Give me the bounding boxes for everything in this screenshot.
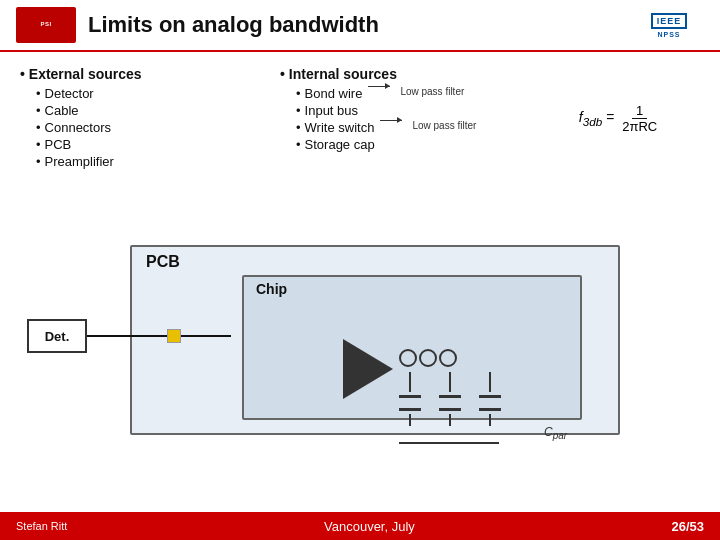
ext-item-4: Preamplifier	[45, 154, 114, 169]
list-item: • Connectors	[36, 120, 240, 135]
list-item: • PCB	[36, 137, 240, 152]
wire-connector	[167, 329, 181, 343]
int-item-1: Input bus	[305, 103, 359, 118]
coil-2	[419, 349, 437, 367]
wire-line2	[181, 335, 231, 337]
footer: Stefan Ritt Vancouver, July 26/53	[0, 512, 720, 540]
chip-label: Chip	[256, 281, 287, 297]
bullets-section: • External sources • Detector • Cable • …	[20, 66, 700, 171]
cap-wire	[409, 372, 411, 392]
formula-fraction: 1 2πRC	[618, 103, 661, 134]
ext-item-3: PCB	[45, 137, 72, 152]
bullet-dot: •	[296, 137, 301, 152]
list-item: • Bond wire Low pass filter	[296, 86, 500, 101]
det-label: Det.	[45, 329, 70, 344]
bullet-dot: •	[296, 120, 301, 135]
capacitor-1	[399, 372, 421, 426]
coil-3	[439, 349, 457, 367]
ext-item-1: Cable	[45, 103, 79, 118]
formula-lhs: f3db =	[579, 109, 614, 128]
capacitor-group	[399, 372, 501, 426]
footer-author: Stefan Ritt	[16, 520, 67, 532]
cap-plate	[439, 395, 461, 398]
main-content: • External sources • Detector • Cable • …	[0, 52, 720, 512]
internal-sources-col: • Internal sources • Bond wire Low pass …	[280, 66, 500, 171]
coil-1	[399, 349, 417, 367]
list-item: • Detector	[36, 86, 240, 101]
ground-line	[399, 442, 499, 444]
cap-plate2	[399, 408, 421, 411]
bullet-dot: •	[296, 86, 301, 101]
pcb-label: PCB	[146, 253, 180, 271]
pcb-box: PCB Det. Chip	[130, 245, 620, 435]
cap-wire-bot	[449, 414, 451, 426]
int-item-0: Bond wire	[305, 86, 363, 101]
list-item: • Write switch Low pass filter	[296, 120, 500, 135]
logo-left-text: PSI	[40, 21, 51, 28]
external-sources-col: • External sources • Detector • Cable • …	[20, 66, 240, 171]
cap-wire-bot	[489, 414, 491, 426]
bullet-dot: •	[36, 137, 41, 152]
bond-wires	[399, 349, 457, 367]
formula-numerator: 1	[632, 103, 647, 119]
arrow-icon	[368, 86, 390, 87]
logo-left: PSI	[16, 7, 76, 43]
cap-wire	[449, 372, 451, 392]
capacitor-3	[479, 372, 501, 426]
cap-plate	[479, 395, 501, 398]
wire-line	[87, 335, 167, 337]
ext-item-2: Connectors	[45, 120, 111, 135]
int-item-3: Storage cap	[305, 137, 375, 152]
cap-plate2	[479, 408, 501, 411]
logo-right: IEEE NPSS	[634, 7, 704, 43]
lpf-label-2: Low pass filter	[412, 120, 476, 131]
list-item: • Input bus	[296, 103, 500, 118]
internal-sources-heading: • Internal sources	[280, 66, 500, 82]
bullet-dot: •	[36, 120, 41, 135]
list-item: • Preamplifier	[36, 154, 240, 169]
pcb-diagram: PCB Det. Chip	[130, 245, 620, 445]
bullet-dot: •	[36, 103, 41, 118]
cpar-label: Cpar	[544, 425, 567, 441]
ieee-logo: IEEE	[651, 13, 688, 29]
int-item-2: Write switch	[305, 120, 375, 135]
detector-box: Det.	[27, 319, 87, 353]
ext-item-0: Detector	[45, 86, 94, 101]
list-item: • Storage cap	[296, 137, 500, 152]
cap-plate	[399, 395, 421, 398]
header: PSI Limits on analog bandwidth IEEE NPSS	[0, 0, 720, 52]
amplifier-triangle	[343, 339, 393, 399]
bullet-dot: •	[296, 103, 301, 118]
bullet-dot: •	[36, 154, 41, 169]
chip-box: Chip	[242, 275, 582, 420]
npss-logo: NPSS	[657, 31, 680, 38]
formula-denominator: 2πRC	[618, 119, 661, 134]
external-sources-heading: • External sources	[20, 66, 240, 82]
cap-wire-bot	[409, 414, 411, 426]
formula-area: f3db = 1 2πRC	[540, 66, 700, 171]
footer-location: Vancouver, July	[324, 519, 415, 534]
page-title: Limits on analog bandwidth	[88, 12, 634, 38]
list-item: • Cable	[36, 103, 240, 118]
capacitor-2	[439, 372, 461, 426]
footer-page: 26/53	[671, 519, 704, 534]
arrow-icon	[380, 120, 402, 121]
cap-plate2	[439, 408, 461, 411]
cap-wire	[489, 372, 491, 392]
lpf-label-1: Low pass filter	[400, 86, 464, 97]
bullet-dot: •	[36, 86, 41, 101]
